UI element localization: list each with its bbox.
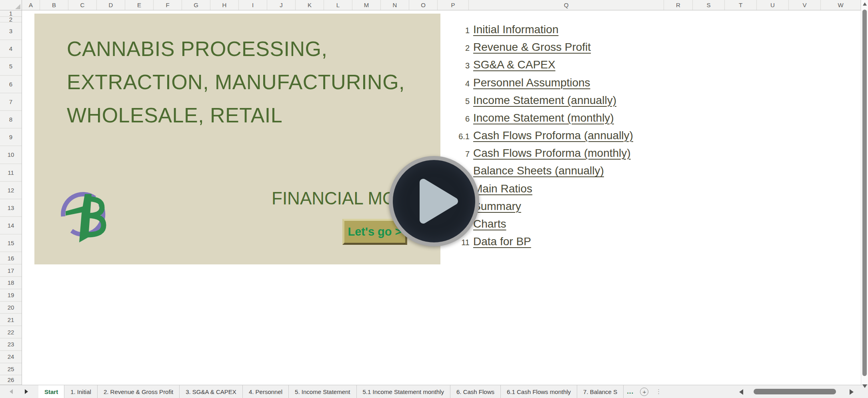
sheet-link-number: 5 [438, 92, 473, 110]
play-icon [393, 160, 475, 242]
banner-title-line: EXTRACTION, MANUFACTURING, [67, 66, 405, 99]
row-header-15[interactable]: 15 [0, 234, 22, 252]
add-sheet-button[interactable]: + [640, 388, 648, 396]
sheet-link-row: 6.1Cash Flows Proforma (annually) [438, 127, 633, 144]
sheet-tab-bar: Start1. Initial2. Revenue & Gross Profit… [0, 385, 868, 398]
column-header-E[interactable]: E [125, 0, 154, 10]
column-header-P[interactable]: P [438, 0, 469, 10]
sheet-link[interactable]: Main Ratios [473, 182, 532, 195]
sheet-link[interactable]: Income Statement (annually) [473, 94, 616, 106]
column-header-O[interactable]: O [409, 0, 438, 10]
tab-overflow-indicator[interactable]: ... [624, 385, 637, 398]
row-header-24[interactable]: 24 [0, 351, 22, 363]
row-header-13[interactable]: 13 [0, 199, 22, 217]
sheet-link-row: 1Initial Information [438, 21, 558, 38]
next-sheet-arrow-icon[interactable] [25, 389, 28, 394]
sheet-link-number: 2 [438, 39, 473, 57]
vertical-scrollbar-thumb[interactable] [862, 10, 867, 376]
sheet-tab-5.1-income-statement-monthly[interactable]: 5.1 Income Statement monthly [357, 385, 450, 398]
row-header-16[interactable]: 16 [0, 252, 22, 264]
column-header-Q[interactable]: Q [469, 0, 664, 10]
sheet-nav [0, 385, 38, 398]
column-header-F[interactable]: F [154, 0, 182, 10]
sheet-link[interactable]: Revenue & Gross Profit [473, 41, 591, 53]
scroll-left-arrow-icon[interactable] [739, 389, 743, 395]
video-play-overlay[interactable] [389, 156, 479, 246]
row-header-3[interactable]: 3 [0, 22, 22, 40]
column-header-A[interactable]: A [22, 0, 40, 10]
row-header-21[interactable]: 21 [0, 314, 22, 326]
sheet-link[interactable]: SG&A & CAPEX [473, 58, 555, 71]
row-header-5[interactable]: 5 [0, 58, 22, 75]
column-header-U[interactable]: U [757, 0, 789, 10]
column-header-J[interactable]: J [267, 0, 296, 10]
column-header-S[interactable]: S [693, 0, 725, 10]
row-header-17[interactable]: 17 [0, 264, 22, 277]
sheet-tab-start[interactable]: Start [38, 385, 64, 398]
column-header-T[interactable]: T [725, 0, 757, 10]
bp-logo-icon [60, 189, 108, 243]
sheet-tab-6.1-cash-flows-monthly[interactable]: 6.1 Cash Flows monthly [501, 385, 577, 398]
spreadsheet-window: ABCDEFGHIJKLMNOPQRSTUVW 1234567891011121… [0, 0, 868, 398]
column-header-C[interactable]: C [68, 0, 97, 10]
scroll-down-arrow-icon[interactable] [862, 384, 867, 388]
sheet-tab-1.-initial[interactable]: 1. Initial [64, 385, 98, 398]
sheet-link-row: 3SG&A & CAPEX [438, 56, 555, 74]
row-header-19[interactable]: 19 [0, 289, 22, 302]
row-header-12[interactable]: 12 [0, 182, 22, 199]
column-header-I[interactable]: I [239, 0, 267, 10]
row-header-2[interactable]: 2 [0, 17, 22, 22]
prev-sheet-arrow-icon[interactable] [10, 389, 13, 394]
column-header-V[interactable]: V [789, 0, 821, 10]
scroll-up-arrow-icon[interactable] [863, 2, 867, 6]
row-header-14[interactable]: 14 [0, 217, 22, 234]
banner-title: CANNABIS PROCESSING, EXTRACTION, MANUFAC… [67, 32, 405, 132]
sheet-tab-7.-balance-s[interactable]: 7. Balance S [577, 385, 624, 398]
sheet-link[interactable]: Charts [473, 218, 506, 230]
column-header-N[interactable]: N [381, 0, 409, 10]
sheet-link[interactable]: Cash Flows Proforma (annually) [473, 129, 633, 142]
column-header-M[interactable]: M [352, 0, 381, 10]
row-header-8[interactable]: 8 [0, 111, 22, 128]
row-header-9[interactable]: 9 [0, 128, 22, 146]
column-header-R[interactable]: R [664, 0, 693, 10]
sheet-cell-area: CANNABIS PROCESSING, EXTRACTION, MANUFAC… [22, 10, 861, 385]
horizontal-scrollbar-thumb[interactable] [754, 389, 836, 394]
sheet-tab-4.-personnel[interactable]: 4. Personnel [243, 385, 289, 398]
row-header-22[interactable]: 22 [0, 326, 22, 338]
row-header-25[interactable]: 25 [0, 363, 22, 376]
sheet-link[interactable]: Cash Flows Proforma (monthly) [473, 147, 631, 159]
row-header-26[interactable]: 26 [0, 375, 22, 385]
tabbar-resize-grip[interactable]: ⋮ [656, 388, 662, 395]
sheet-link-number: 4 [438, 75, 473, 92]
column-header-D[interactable]: D [97, 0, 125, 10]
sheet-tab-3.-sg-a-capex[interactable]: 3. SG&A & CAPEX [180, 385, 243, 398]
column-header-L[interactable]: L [324, 0, 352, 10]
row-header-18[interactable]: 18 [0, 277, 22, 289]
column-header-G[interactable]: G [182, 0, 210, 10]
row-header-11[interactable]: 11 [0, 164, 22, 182]
row-header-6[interactable]: 6 [0, 76, 22, 93]
row-header-23[interactable]: 23 [0, 338, 22, 351]
row-header-10[interactable]: 10 [0, 146, 22, 164]
select-all-corner[interactable] [0, 0, 22, 10]
column-header-W[interactable]: W [821, 0, 861, 10]
sheet-link[interactable]: Summary [473, 200, 521, 212]
sheet-link[interactable]: Initial Information [473, 23, 558, 36]
column-header-K[interactable]: K [296, 0, 324, 10]
sheet-tab-6.-cash-flows[interactable]: 6. Cash Flows [450, 385, 501, 398]
row-header-7[interactable]: 7 [0, 93, 22, 111]
row-header-20[interactable]: 20 [0, 302, 22, 314]
vertical-scrollbar[interactable] [861, 0, 868, 385]
sheet-link[interactable]: Data for BP [473, 235, 531, 248]
select-all-triangle-icon [15, 4, 20, 9]
sheet-tab-2.-revenue-gross-profit[interactable]: 2. Revenue & Gross Profit [98, 385, 180, 398]
column-header-H[interactable]: H [210, 0, 239, 10]
row-header-4[interactable]: 4 [0, 40, 22, 58]
sheet-link[interactable]: Balance Sheets (annually) [473, 164, 604, 177]
sheet-link[interactable]: Income Statement (monthly) [473, 112, 614, 124]
sheet-tab-5.-income-statement[interactable]: 5. Income Statement [289, 385, 356, 398]
sheet-link[interactable]: Personnel Assumptions [473, 76, 590, 89]
column-header-B[interactable]: B [40, 0, 68, 10]
scroll-right-arrow-icon[interactable] [850, 389, 854, 395]
